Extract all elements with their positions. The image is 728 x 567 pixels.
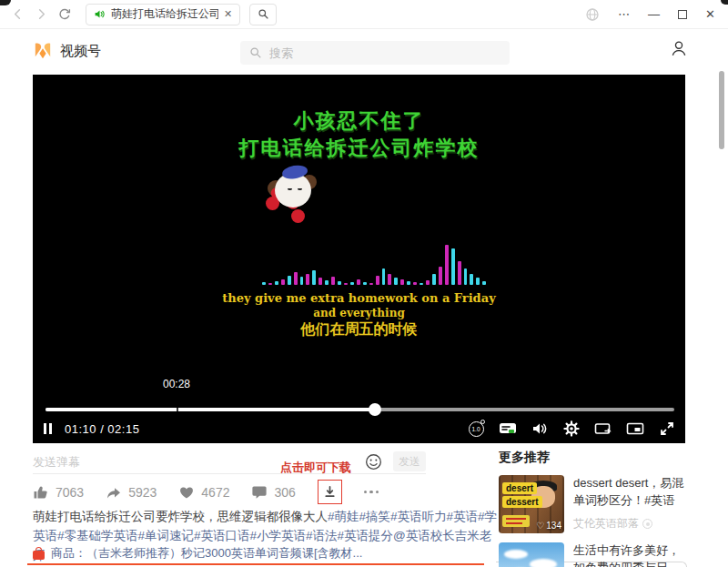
download-hint-annotation: 点击即可下载 [280,460,351,476]
picture-in-picture-icon [626,421,644,436]
thumb-label: desert [502,482,537,494]
header-search-box[interactable] [240,41,510,65]
comment-button[interactable]: 306 [251,485,295,500]
back-button[interactable] [9,6,25,23]
player-controls: 01:10 / 02:15 1.0 [42,417,676,440]
search-icon [249,46,262,59]
description-text: 萌娃打电话给拆迁公司要炸学校，思维逻辑都很像大人 [33,510,328,523]
danmaku-toggle-button[interactable] [499,420,517,438]
back-icon [15,10,19,18]
browser-tab[interactable]: 萌娃打电话给拆迁公司要炸学校 ✕ [86,4,240,25]
window-controls: ⋯ — ✕ [585,7,719,22]
volume-button[interactable] [531,420,549,438]
thumb-mini-badge [502,515,530,527]
time-display: 01:10 / 02:15 [65,422,139,436]
heart-icon [178,485,195,500]
search-icon [258,8,269,20]
progress-bar[interactable] [46,408,674,411]
recommendations-heading: 更多推荐 [499,450,688,466]
comment-bubble-icon [251,485,268,500]
header-search-input[interactable] [269,46,470,60]
page-scrollbar[interactable] [719,71,724,149]
browser-menu-icon[interactable]: ⋯ [618,8,630,20]
rotate-screen-icon [594,421,612,436]
share-button[interactable]: 5923 [106,485,157,500]
overlay-title-line2: 打电话给拆迁公司炸学校 [33,135,685,162]
browser-profile-icon[interactable] [585,7,600,22]
overlay-title-line1: 小孩忍不住了 [33,107,685,135]
volume-icon [531,421,548,436]
thumb-label: dessert [502,496,542,508]
bottom-accent-line [27,563,484,565]
heart-outline-icon: ♡ [536,521,544,531]
subtitle-chinese: 他们在周五的时候 [33,320,685,339]
picture-in-picture-button[interactable] [626,420,644,438]
gear-icon [563,420,580,437]
video-player[interactable]: 小孩忍不住了 打电话给拆迁公司炸学校 they give me extra ho… [33,75,685,443]
tab-audio-playing-icon [94,8,106,20]
subtitle-english-line2: and everything [33,307,685,319]
rotate-screen-button[interactable] [594,420,612,438]
audio-visualizer [262,239,486,285]
like-button[interactable]: 7063 [33,484,84,500]
minimize-icon[interactable]: — [648,8,660,20]
emoji-smiley-icon [365,453,382,471]
product-label: 商品： [51,546,86,560]
progress-played [46,408,375,411]
recommendation-title[interactable]: dessert desert，易混单词秒区分！#英语 #... [573,475,688,510]
brand-label: 视频号 [60,43,101,60]
likes-count: 134 [546,521,561,531]
recommendation-card[interactable]: 生活中有许多美好，如免费的四季与日落、... [499,542,688,567]
comment-count: 306 [274,485,295,500]
pause-button[interactable] [44,423,52,434]
fullscreen-button[interactable] [658,420,676,438]
address-search-button[interactable] [249,4,277,25]
seek-preview-time: 00:28 [156,378,197,390]
danmaku-row: 发送 [33,450,426,474]
channel-name: 艾伦英语部落 [573,516,639,532]
emoji-button[interactable] [365,453,382,471]
settings-button[interactable] [562,420,581,438]
maximize-icon[interactable] [678,10,687,19]
site-header: 视频号 [0,30,728,75]
share-arrow-icon [106,485,122,500]
browser-bar: 萌娃打电话给拆迁公司要炸学校 ✕ ⋯ — ✕ [0,0,728,29]
shopping-bag-icon [33,547,45,560]
favorite-button[interactable]: 4672 [178,485,229,500]
like-count: 7063 [56,485,84,500]
user-avatar-icon [670,39,688,57]
download-button[interactable] [318,480,342,504]
channel-badge-icon [642,519,652,529]
recommendations-sidebar: 更多推荐 desert dessert ♡ 134 dessert desert… [499,450,688,567]
close-window-icon[interactable]: ✕ [705,8,715,20]
recommendation-title[interactable]: 生活中有许多美好，如免费的四季与日落、... [573,542,688,567]
action-bar: 7063 5923 4672 306 [33,480,379,504]
product-title: （吉米老师推荐）秒记3000英语单词音频课[含教材... [86,546,362,560]
subtitle-english-line1: they give me extra homework on a Friday [33,291,685,305]
refresh-button[interactable] [56,6,73,23]
recommendation-card[interactable]: desert dessert ♡ 134 dessert desert，易混单词… [499,475,688,533]
favorite-count: 4672 [201,485,229,500]
thumbs-up-icon [33,484,49,500]
product-link[interactable]: 商品：（吉米老师推荐）秒记3000英语单词音频课[含教材... [33,545,362,562]
send-danmaku-button[interactable]: 发送 [393,451,426,471]
recommendation-thumbnail[interactable]: desert dessert ♡ 134 [499,475,564,533]
channels-brand[interactable]: 视频号 [33,42,101,60]
playback-speed-button[interactable]: 1.0 [467,420,485,438]
download-icon [323,485,337,499]
thumbnail-likes: ♡ 134 [536,521,561,531]
fullscreen-icon [659,420,675,437]
tab-title: 萌娃打电话给拆迁公司要炸学校 [111,6,218,22]
progress-thumb[interactable] [369,403,381,416]
forward-button[interactable] [33,6,49,23]
channels-logo-icon [33,42,53,60]
progress-marker [177,408,178,411]
recommendation-channel[interactable]: 艾伦英语部落 [573,516,688,532]
tab-close-icon[interactable]: ✕ [224,9,232,19]
refresh-icon [57,7,72,22]
recommendation-thumbnail[interactable] [499,542,564,567]
cartoon-dog-illustration [268,166,318,217]
more-options-button[interactable] [364,491,379,494]
profile-button[interactable] [670,39,688,57]
forward-icon [39,10,44,18]
